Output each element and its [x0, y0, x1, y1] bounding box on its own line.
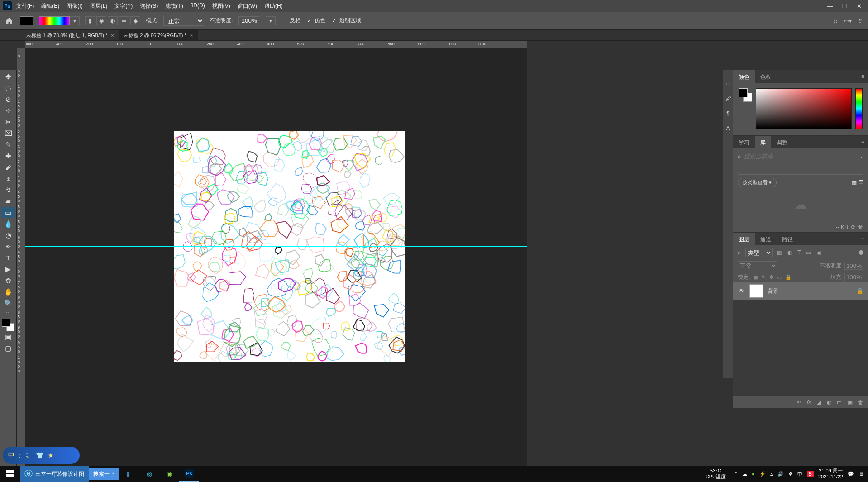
lock-artboard-icon[interactable]: ▭ — [777, 274, 782, 280]
menu-file[interactable]: 文件(F) — [16, 2, 34, 10]
color-swatches[interactable] — [2, 319, 14, 331]
close-tab-icon[interactable]: × — [111, 33, 114, 38]
tray-chevron-icon[interactable]: ˄ — [735, 471, 738, 477]
horizontal-guide[interactable] — [25, 246, 527, 247]
shape-tool[interactable]: ✿ — [1, 275, 15, 286]
marquee-tool[interactable]: ◌ — [1, 82, 15, 94]
type-tool[interactable]: T — [1, 252, 15, 263]
opacity-dropdown[interactable]: ▾ — [266, 16, 276, 25]
panel-fg-color[interactable] — [739, 88, 748, 97]
lock-all-icon[interactable]: 🔒 — [785, 274, 792, 280]
tray-sogou-icon[interactable]: S — [807, 471, 814, 477]
magic-wand-tool[interactable]: ✧ — [1, 105, 15, 116]
document-tab-1[interactable]: 未标题-1 @ 78.8% (图层 1, RGB/8) * × — [22, 30, 119, 40]
library-select[interactable] — [738, 165, 863, 175]
taskbar-search[interactable]: 搜索一下 — [89, 468, 119, 480]
maximize-icon[interactable]: ❐ — [842, 3, 848, 10]
menu-edit[interactable]: 编辑(E) — [41, 2, 59, 10]
menu-help[interactable]: 帮助(H) — [264, 2, 283, 10]
foreground-color[interactable] — [2, 319, 10, 327]
menu-image[interactable]: 图像(I) — [67, 2, 82, 10]
adjustments-tab[interactable]: 调整 — [771, 136, 793, 148]
clone-stamp-tool[interactable]: ⎈ — [1, 173, 15, 184]
notification-icon[interactable]: 💬 — [848, 471, 854, 477]
menu-layer[interactable]: 图层(L) — [90, 2, 108, 10]
dodge-tool[interactable]: ◔ — [1, 229, 15, 241]
start-button[interactable] — [0, 466, 20, 482]
swatches-tab[interactable]: 色板 — [755, 70, 777, 83]
pen-tool[interactable]: ✒ — [1, 241, 15, 252]
filter-type-icon[interactable]: T — [797, 249, 801, 256]
share-icon[interactable]: ⇪ — [858, 18, 863, 24]
taskbar-app-ps[interactable]: Ps — [179, 466, 199, 482]
layer-list[interactable]: 👁 背景 🔒 — [733, 282, 868, 396]
taskbar-app-word[interactable]: ▦ — [119, 466, 139, 482]
menu-window[interactable]: 窗口(W) — [238, 2, 257, 10]
menu-view[interactable]: 视图(V) — [212, 2, 230, 10]
newlayer-icon[interactable]: ▣ — [848, 399, 853, 406]
filter-adjust-icon[interactable]: ◐ — [787, 249, 792, 256]
menu-select[interactable]: 选择(S) — [140, 2, 158, 10]
gradient-tool[interactable]: ▭ — [1, 207, 15, 218]
paragraph-panel-icon[interactable]: ¶ — [724, 109, 732, 118]
blur-tool[interactable]: 💧 — [1, 218, 15, 229]
screenmode-button[interactable]: ▢ — [1, 343, 15, 354]
tray-icon[interactable]: ❖ — [788, 471, 793, 477]
brush-tool[interactable]: 🖌 — [1, 162, 15, 173]
zoom-tool[interactable]: 🔍 — [1, 297, 15, 309]
history-panel-icon[interactable]: ↔ — [724, 79, 732, 88]
brush-panel-icon[interactable]: 🖌 — [724, 94, 732, 103]
layer-blend-select[interactable]: 正常 — [738, 261, 777, 270]
close-tab-icon[interactable]: × — [190, 33, 193, 38]
cpu-temp[interactable]: 53°C CPU温度 — [706, 468, 726, 480]
trash-icon[interactable]: 🗑 — [858, 399, 863, 406]
fx-icon[interactable]: fx — [807, 399, 811, 406]
fill-input[interactable] — [844, 273, 863, 281]
healing-brush-tool[interactable]: ✚ — [1, 150, 15, 162]
document-tab-2[interactable]: 未标题-2 @ 66.7%(RGB/8) * × — [119, 30, 198, 40]
filter-search-icon[interactable]: ⌕ — [738, 249, 741, 256]
visibility-icon[interactable]: 👁 — [738, 288, 745, 294]
opacity-input[interactable] — [238, 16, 260, 25]
tray-volume-icon[interactable]: 🔊 — [777, 471, 784, 477]
tray-clock[interactable]: 21:09 周一 2021/11/22 — [818, 468, 843, 480]
hand-tool[interactable]: ✋ — [1, 286, 15, 297]
filter-toggle[interactable] — [859, 250, 863, 255]
taskbar-app-360[interactable]: ◉ — [159, 466, 179, 482]
tray-network-icon[interactable]: ▵ — [770, 471, 773, 477]
character-panel-icon[interactable]: A — [724, 124, 732, 133]
lock-position-icon[interactable]: ✥ — [769, 274, 773, 280]
invert-checkbox[interactable]: 反相 — [281, 17, 300, 24]
paths-tab[interactable]: 路径 — [777, 233, 798, 245]
workspace-switcher-icon[interactable]: ▭▾ — [844, 18, 852, 24]
panel-menu-icon[interactable]: ≡ — [858, 233, 868, 245]
ime-label[interactable]: 中 — [797, 471, 802, 477]
libraries-tab[interactable]: 库 — [755, 136, 771, 148]
group-icon[interactable]: 🗀 — [837, 399, 842, 406]
vertical-guide[interactable] — [289, 48, 289, 476]
reflected-gradient-button[interactable]: ═ — [119, 16, 129, 25]
adjustment-icon[interactable]: ◐ — [827, 399, 831, 406]
history-brush-tool[interactable]: ↯ — [1, 184, 15, 196]
tray-cloud-icon[interactable]: ☁ — [742, 471, 747, 477]
layer-row-background[interactable]: 👁 背景 🔒 — [733, 282, 868, 300]
learn-tab[interactable]: 学习 — [733, 136, 755, 148]
taskbar-app-ie[interactable]: ⓔ 三室一厅装修设计图 — [20, 466, 89, 482]
menu-filter[interactable]: 滤镜(T) — [165, 2, 183, 10]
agent-icon[interactable]: 🖥 — [858, 471, 863, 477]
channels-tab[interactable]: 通道 — [755, 233, 777, 245]
layer-opacity-input[interactable] — [844, 262, 863, 270]
layers-tab[interactable]: 图层 — [733, 233, 755, 245]
linear-gradient-button[interactable]: ▮ — [85, 16, 95, 25]
menu-3d[interactable]: 3D(D) — [191, 2, 205, 10]
minimize-icon[interactable]: — — [827, 3, 833, 10]
search-dropdown-icon[interactable]: ⌄ — [859, 153, 863, 159]
move-tool[interactable]: ✥ — [1, 71, 15, 82]
grid-view-icon[interactable]: ▦ — [852, 179, 857, 186]
eyedropper-tool[interactable]: ✎ — [1, 139, 15, 150]
filter-pixel-icon[interactable]: ▧ — [777, 249, 782, 256]
lasso-tool[interactable]: ⊘ — [1, 94, 15, 105]
canvas-area[interactable] — [25, 48, 527, 476]
dither-checkbox[interactable]: ✓仿色 — [306, 17, 325, 24]
taskbar-app-edge[interactable]: ◎ — [139, 466, 159, 482]
